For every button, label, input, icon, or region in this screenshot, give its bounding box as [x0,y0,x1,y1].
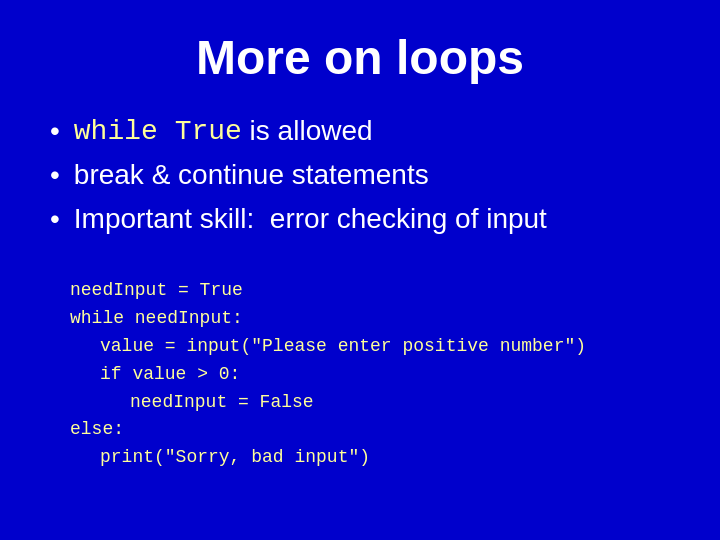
bullet-2-text: break & continue statements [74,159,429,191]
bullet-1-code: while True [74,116,242,147]
code-line-5: needInput = False [70,389,670,417]
bullet-1-text: is allowed [242,115,373,147]
slide: More on loops • while True is allowed • … [0,0,720,540]
code-line-2: while needInput: [70,305,670,333]
code-line-4: if value > 0: [70,361,670,389]
slide-title: More on loops [50,30,670,85]
code-line-7: print("Sorry, bad input") [70,444,670,472]
code-line-3: value = input("Please enter positive num… [70,333,670,361]
code-block: needInput = True while needInput: value … [70,277,670,472]
code-line-1: needInput = True [70,277,670,305]
bullet-3-text: Important skill: error checking of input [74,203,547,235]
bullet-dot-2: • [50,159,60,191]
bullet-item-3: • Important skill: error checking of inp… [50,203,670,235]
bullet-dot-3: • [50,203,60,235]
code-line-6: else: [70,416,670,444]
bullet-item-1: • while True is allowed [50,115,670,147]
bullet-item-2: • break & continue statements [50,159,670,191]
bullet-dot-1: • [50,115,60,147]
bullet-list: • while True is allowed • break & contin… [50,115,670,247]
